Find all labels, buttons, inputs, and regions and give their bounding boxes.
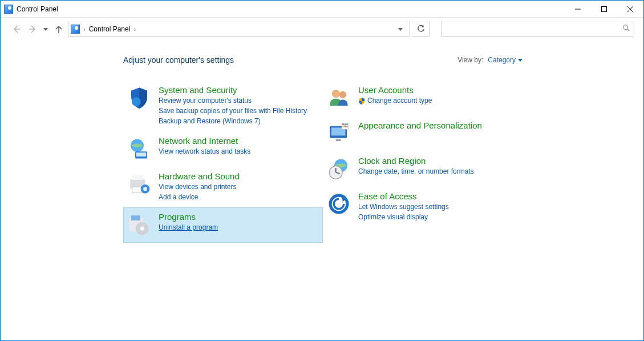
category-link[interactable]: Optimize visual display <box>358 212 449 222</box>
category-user-accounts[interactable]: User Accounts Change account type <box>323 81 523 116</box>
programs-icon <box>127 212 152 237</box>
globe-network-icon <box>127 136 152 161</box>
svg-rect-12 <box>136 153 147 157</box>
address-history-dropdown[interactable] <box>394 22 407 36</box>
content-area: Adjust your computer's settings View by:… <box>1 41 643 340</box>
chevron-down-icon <box>43 28 48 31</box>
category-title[interactable]: Clock and Region <box>358 156 474 166</box>
arrow-up-icon <box>54 25 63 34</box>
category-body: System and Security Review your computer… <box>159 85 307 126</box>
nav-back-button[interactable] <box>10 22 23 36</box>
breadcrumb-root[interactable]: Control Panel <box>89 25 131 33</box>
svg-rect-28 <box>342 123 344 125</box>
category-link[interactable]: Change date, time, or number formats <box>358 167 474 176</box>
search-input[interactable] <box>445 25 622 33</box>
category-body: Clock and Region Change date, time, or n… <box>358 156 474 176</box>
category-link-uninstall[interactable]: Uninstall a program <box>159 223 218 232</box>
category-title[interactable]: System and Security <box>159 85 307 95</box>
category-link[interactable]: Let Windows suggest settings <box>358 202 449 211</box>
search-box[interactable] <box>441 22 634 37</box>
arrow-left-icon <box>11 24 22 34</box>
category-programs[interactable]: Programs Uninstall a program <box>123 207 323 243</box>
nav-up-button[interactable] <box>52 22 66 36</box>
category-title[interactable]: Ease of Access <box>358 191 449 201</box>
view-by-value: Category <box>488 56 516 64</box>
svg-rect-26 <box>336 139 341 142</box>
breadcrumb-separator: › <box>133 26 136 33</box>
category-title[interactable]: Hardware and Sound <box>159 171 240 181</box>
svg-line-8 <box>627 29 630 31</box>
svg-rect-32 <box>345 126 346 127</box>
nav-forward-button[interactable] <box>26 22 39 36</box>
uac-shield-icon <box>358 98 365 105</box>
window-title: Control Panel <box>17 5 58 13</box>
maximize-icon <box>601 6 607 12</box>
close-icon <box>627 6 633 12</box>
category-link[interactable]: View devices and printers <box>159 182 240 191</box>
category-system-security[interactable]: System and Security Review your computer… <box>123 81 323 131</box>
category-network[interactable]: Network and Internet View network status… <box>123 131 323 167</box>
right-column: User Accounts Change account type <box>323 81 523 243</box>
clock-globe-icon <box>326 156 351 181</box>
category-hardware[interactable]: Hardware and Sound View devices and prin… <box>123 167 323 207</box>
category-ease-of-access[interactable]: Ease of Access Let Windows suggest setti… <box>323 187 523 227</box>
category-body: Hardware and Sound View devices and prin… <box>159 171 240 202</box>
chevron-down-icon <box>398 28 403 31</box>
nav-recent-dropdown[interactable] <box>42 22 50 36</box>
svg-rect-14 <box>132 175 143 180</box>
category-title[interactable]: Network and Internet <box>159 136 250 146</box>
window-controls <box>565 1 643 18</box>
breadcrumb-icon <box>71 25 80 34</box>
svg-point-7 <box>623 25 628 30</box>
minimize-button[interactable] <box>565 1 591 18</box>
users-icon <box>326 85 351 110</box>
svg-point-17 <box>143 187 147 191</box>
category-body: Appearance and Personalization <box>358 121 482 130</box>
refresh-button[interactable] <box>412 22 430 37</box>
svg-point-9 <box>132 97 141 106</box>
search-icon <box>622 24 630 34</box>
ease-of-access-icon <box>326 191 351 216</box>
category-link-change-account[interactable]: Change account type <box>358 96 432 105</box>
maximize-button[interactable] <box>591 1 617 18</box>
printer-icon <box>127 171 152 196</box>
monitor-palette-icon <box>326 121 351 146</box>
titlebar: Control Panel <box>1 1 643 18</box>
view-by-dropdown[interactable]: Category <box>488 56 523 64</box>
svg-rect-30 <box>346 123 348 125</box>
category-link[interactable]: Backup and Restore (Windows 7) <box>159 117 307 126</box>
svg-rect-33 <box>346 126 348 127</box>
svg-rect-29 <box>345 123 346 125</box>
breadcrumb-bar[interactable]: › Control Panel › <box>68 22 410 37</box>
category-body: Ease of Access Let Windows suggest setti… <box>358 191 449 222</box>
category-body: Network and Internet View network status… <box>159 136 250 156</box>
titlebar-left: Control Panel <box>4 5 58 14</box>
svg-rect-31 <box>342 126 344 127</box>
svg-point-20 <box>140 227 144 231</box>
control-panel-window: Control Panel › <box>0 0 644 341</box>
category-columns: System and Security Review your computer… <box>123 81 523 243</box>
view-by-label: View by: <box>457 56 483 64</box>
close-button[interactable] <box>617 1 643 18</box>
svg-point-23 <box>339 91 346 98</box>
svg-rect-1 <box>602 6 607 11</box>
link-text: Change account type <box>367 97 432 105</box>
category-title[interactable]: Programs <box>159 212 218 222</box>
category-link[interactable]: Save backup copies of your files with Fi… <box>159 106 307 115</box>
category-title[interactable]: User Accounts <box>358 85 432 95</box>
svg-point-22 <box>332 90 340 98</box>
chevron-down-icon <box>518 59 523 62</box>
category-appearance[interactable]: Appearance and Personalization <box>323 116 523 151</box>
left-column: System and Security Review your computer… <box>123 81 323 243</box>
category-link[interactable]: Add a device <box>159 192 240 202</box>
page-heading: Adjust your computer's settings <box>123 55 234 65</box>
shield-icon <box>127 85 152 110</box>
breadcrumb-separator: › <box>83 26 86 33</box>
category-body: Programs Uninstall a program <box>159 212 218 232</box>
refresh-icon <box>417 25 425 33</box>
category-link[interactable]: View network status and tasks <box>159 147 250 156</box>
view-by: View by: Category <box>457 56 523 64</box>
category-title[interactable]: Appearance and Personalization <box>358 121 482 130</box>
category-clock-region[interactable]: Clock and Region Change date, time, or n… <box>323 151 523 187</box>
category-link[interactable]: Review your computer's status <box>159 96 307 105</box>
